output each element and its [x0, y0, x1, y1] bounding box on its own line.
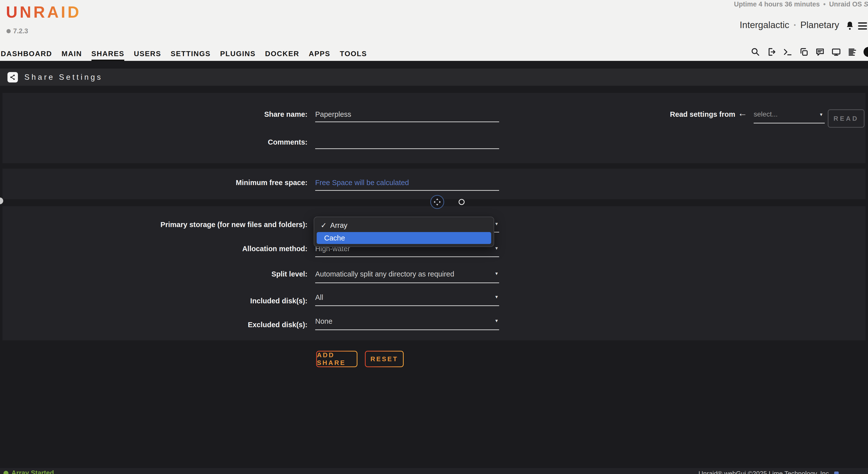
section-share-identity: Share name: Paperpless Read settings fro… [2, 93, 866, 163]
min-free-space-label: Minimum free space: [2, 179, 308, 187]
lime-tech-icon [834, 472, 839, 474]
included-disks-label: Included disk(s): [2, 297, 308, 305]
add-share-button[interactable]: ADD SHARE [316, 351, 358, 367]
share-name-label: Share name: [2, 110, 308, 118]
included-disks-select[interactable]: All ▼ [315, 294, 499, 306]
server-name: Intergalactic [740, 20, 789, 30]
chevron-down-icon: ▼ [494, 271, 499, 276]
uptime-text: Uptime 4 hours 36 minutes [734, 0, 820, 8]
chevron-down-icon: ▼ [819, 112, 823, 117]
read-settings-label: Read settings from [584, 110, 735, 118]
read-settings-select[interactable]: select... ▼ [754, 110, 825, 124]
header-toolbar [750, 47, 868, 57]
log-icon[interactable] [847, 47, 857, 57]
nav-item-users[interactable]: USERS [129, 50, 166, 58]
click-indicator [459, 199, 465, 205]
nav-item-dashboard[interactable]: DASHBOARD [0, 50, 57, 58]
read-button[interactable]: READ [828, 109, 865, 128]
nav-item-plugins[interactable]: PLUGINS [215, 50, 260, 58]
dropdown-option-array[interactable]: ✓Array [321, 221, 347, 230]
nav-item-docker[interactable]: DOCKER [260, 50, 304, 58]
os-edition-text: Starter [864, 0, 868, 8]
chevron-down-icon: ▼ [494, 318, 499, 324]
checkmark-icon: ✓ [321, 222, 327, 229]
primary-storage-label: Primary storage (for new files and folde… [2, 221, 308, 229]
primary-storage-dropdown-menu: ✓Array Cache [314, 216, 494, 247]
array-status: Array Started [3, 469, 54, 474]
min-free-space-input[interactable]: Free Space will be calculated [315, 179, 499, 191]
section-free-space: Minimum free space: Free Space will be c… [2, 169, 866, 199]
menu-hamburger-icon[interactable] [858, 22, 867, 30]
comments-input[interactable] [315, 138, 499, 149]
chevron-down-icon: ▼ [494, 246, 499, 251]
feedback-chat-icon[interactable] [815, 47, 825, 57]
autoscroll-cursor-icon [430, 195, 444, 209]
copy-icon[interactable] [799, 47, 809, 57]
server-identity: Intergalactic • Planetary [740, 20, 839, 30]
version-dot-icon [6, 29, 11, 33]
uptime-status-line: Uptime 4 hours 36 minutes•Unraid OS Star… [734, 0, 868, 8]
terminal-icon[interactable] [783, 47, 793, 57]
help-icon[interactable] [864, 47, 868, 57]
nav-item-main[interactable]: MAIN [57, 50, 87, 58]
nav-item-tools[interactable]: TOOLS [335, 50, 372, 58]
nav-item-shares[interactable]: SHARES [87, 50, 129, 58]
status-dot-icon [3, 471, 8, 474]
status-footer: Array Started Unraid® webGui ©2025 Lime … [0, 468, 868, 474]
search-icon[interactable] [750, 47, 761, 57]
page-title: Share Settings [24, 73, 103, 82]
nav-item-apps[interactable]: APPS [304, 50, 335, 58]
share-icon [7, 72, 18, 82]
reset-button[interactable]: RESET [365, 351, 404, 367]
top-header: UNRAID 7.2.3 Uptime 4 hours 36 minutes•U… [0, 0, 868, 61]
page-title-bar: Share Settings [0, 69, 868, 86]
server-description: Planetary [800, 20, 839, 30]
nav-item-settings[interactable]: SETTINGS [166, 50, 215, 58]
monitor-icon[interactable] [831, 47, 841, 57]
split-level-label: Split level: [2, 270, 308, 278]
os-version: 7.2.3 [6, 27, 28, 35]
allocation-method-label: Allocation method: [2, 245, 308, 253]
logout-icon[interactable] [767, 47, 777, 57]
chevron-down-icon: ▼ [494, 295, 499, 300]
main-navigation: DASHBOARD MAIN SHARES USERS SETTINGS PLU… [0, 50, 372, 58]
unraid-logo[interactable]: UNRAID [6, 3, 81, 21]
excluded-disks-label: Excluded disk(s): [2, 321, 308, 329]
section-storage-options: Primary storage (for new files and folde… [2, 206, 866, 340]
excluded-disks-select[interactable]: None ▼ [315, 317, 499, 330]
chevron-down-icon: ▼ [494, 222, 499, 227]
share-name-input[interactable]: Paperpless [315, 110, 499, 122]
copyright-text: Unraid® webGui ©2025 Lime Technology, In… [699, 470, 839, 474]
os-name-text: Unraid OS [829, 0, 862, 8]
comments-label: Comments: [2, 138, 308, 146]
arrow-left-icon: ← [738, 108, 747, 118]
version-label: 7.2.3 [13, 27, 28, 35]
dropdown-option-cache[interactable]: Cache [317, 232, 491, 244]
notifications-bell-icon[interactable] [845, 21, 855, 31]
split-level-select[interactable]: Automatically split any directory as req… [315, 270, 499, 283]
